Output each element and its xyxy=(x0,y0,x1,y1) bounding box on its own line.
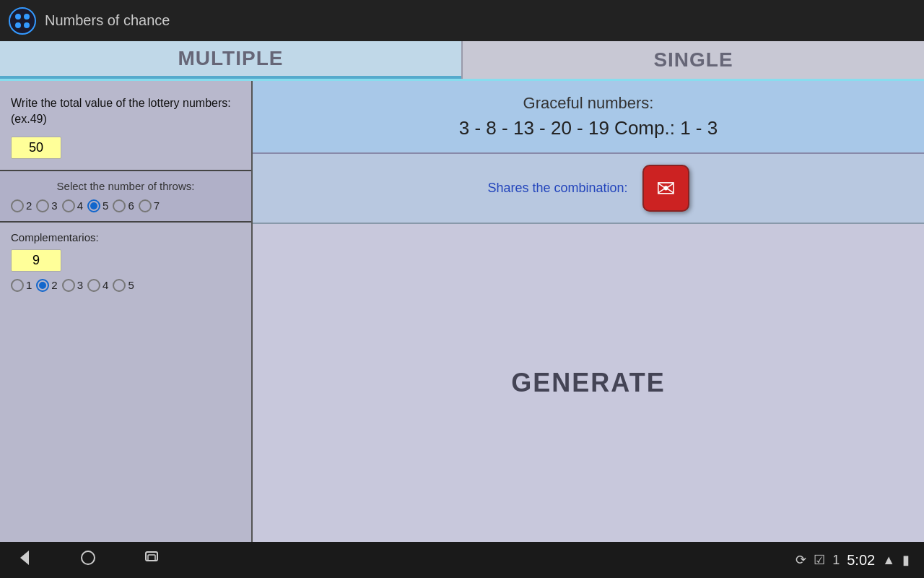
throws-radio-row: 2 3 4 5 6 xyxy=(11,199,240,212)
battery-icon: ▮ xyxy=(902,552,910,568)
graceful-numbers: 3 - 8 - 13 - 20 - 19 Comp.: 1 - 3 xyxy=(267,117,910,139)
right-panel: Graceful numbers: 3 - 8 - 13 - 20 - 19 C… xyxy=(253,81,924,542)
nav-icons xyxy=(14,548,162,572)
throws-section: Select the number of throws: 2 3 4 xyxy=(0,171,251,223)
svg-marker-0 xyxy=(20,551,29,565)
tabs-row: MULTIPLE SINGLE xyxy=(0,41,924,81)
comp-option-4[interactable]: 4 xyxy=(87,279,108,292)
generate-button[interactable]: GENERATE xyxy=(511,368,665,398)
tab-single[interactable]: SINGLE xyxy=(463,41,924,79)
radio-4[interactable] xyxy=(62,199,75,212)
radio-3[interactable] xyxy=(36,199,49,212)
left-panel: Write the total value of the lottery num… xyxy=(0,81,253,542)
throws-label: Select the number of throws: xyxy=(11,180,240,192)
share-email-button[interactable]: ✉ xyxy=(642,165,689,212)
app-title: Numbers of chance xyxy=(45,12,170,29)
throws-option-2[interactable]: 2 xyxy=(11,199,32,212)
throws-option-7[interactable]: 7 xyxy=(139,199,160,212)
recent-apps-button[interactable] xyxy=(141,548,162,572)
throws-option-5[interactable]: 5 xyxy=(87,199,108,212)
radio-2[interactable] xyxy=(11,199,24,212)
svg-rect-3 xyxy=(148,555,155,561)
comp-radio-4[interactable] xyxy=(87,279,100,292)
throws-option-6[interactable]: 6 xyxy=(113,199,134,212)
content-area: Write the total value of the lottery num… xyxy=(0,81,924,542)
comp-option-2[interactable]: 2 xyxy=(36,279,57,292)
lottery-label: Write the total value of the lottery num… xyxy=(11,95,240,128)
lottery-section: Write the total value of the lottery num… xyxy=(0,81,251,171)
comp-value-input[interactable]: 9 xyxy=(11,249,61,272)
title-bar: Numbers of chance xyxy=(0,0,924,41)
notification-badge: 1 xyxy=(832,553,840,568)
email-icon: ✉ xyxy=(656,177,676,200)
radio-6[interactable] xyxy=(113,199,126,212)
comp-option-1[interactable]: 1 xyxy=(11,279,32,292)
status-icons: ⟳ ☑ 1 5:02 ▲ ▮ xyxy=(796,552,910,569)
share-label: Shares the combination: xyxy=(487,181,627,196)
complementarios-section: Complementarios: 9 1 2 3 xyxy=(0,223,251,301)
comp-option-5[interactable]: 5 xyxy=(113,279,134,292)
share-row: Shares the combination: ✉ xyxy=(253,154,924,224)
throws-option-4[interactable]: 4 xyxy=(62,199,83,212)
graceful-section: Graceful numbers: 3 - 8 - 13 - 20 - 19 C… xyxy=(253,81,924,154)
comp-radio-row: 1 2 3 4 5 xyxy=(11,279,240,292)
comp-label: Complementarios: xyxy=(11,231,240,243)
main-content: MULTIPLE SINGLE Write the total value of… xyxy=(0,41,924,542)
generate-area[interactable]: GENERATE xyxy=(253,224,924,542)
tab-multiple[interactable]: MULTIPLE xyxy=(0,41,461,79)
bottom-bar: ⟳ ☑ 1 5:02 ▲ ▮ xyxy=(0,542,924,578)
comp-radio-5[interactable] xyxy=(113,279,126,292)
home-button[interactable] xyxy=(78,548,98,572)
lottery-value-input[interactable]: 50 xyxy=(11,137,61,159)
graceful-title: Graceful numbers: xyxy=(267,94,910,113)
comp-option-3[interactable]: 3 xyxy=(62,279,83,292)
back-button[interactable] xyxy=(14,548,35,572)
comp-radio-1[interactable] xyxy=(11,279,24,292)
task-icon: ☑ xyxy=(814,552,825,568)
comp-radio-2[interactable] xyxy=(36,279,49,292)
radio-5[interactable] xyxy=(87,199,100,212)
throws-option-3[interactable]: 3 xyxy=(36,199,57,212)
app-icon xyxy=(9,7,36,35)
time-display: 5:02 xyxy=(847,552,875,569)
wifi-icon: ▲ xyxy=(882,553,895,568)
comp-radio-3[interactable] xyxy=(62,279,75,292)
svg-point-1 xyxy=(82,551,95,564)
sync-icon: ⟳ xyxy=(796,552,806,568)
radio-7[interactable] xyxy=(139,199,152,212)
